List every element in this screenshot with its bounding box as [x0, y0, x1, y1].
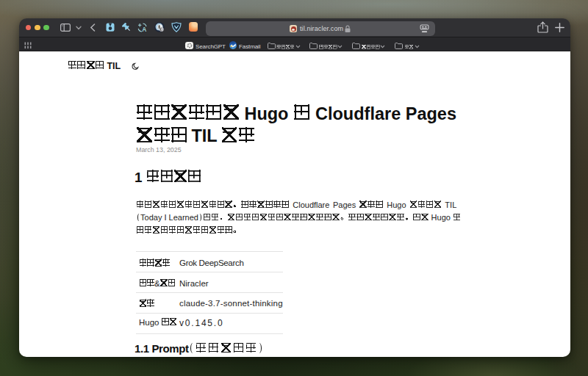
svg-text:A: A — [142, 26, 146, 32]
